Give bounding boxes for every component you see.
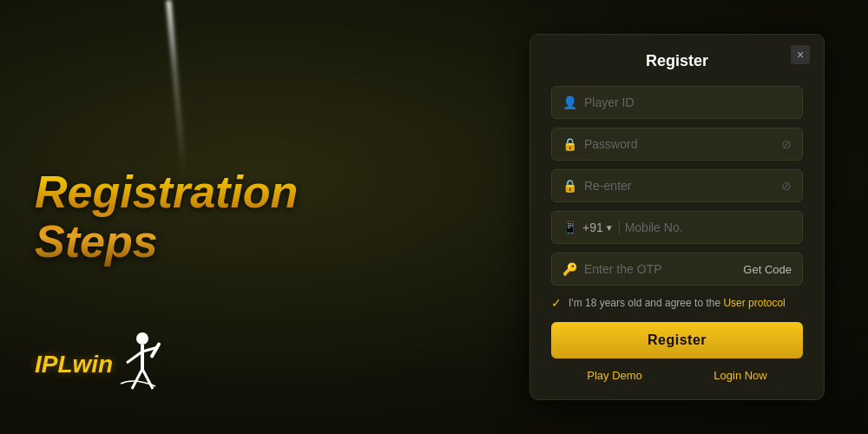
- player-id-field: 👤: [551, 86, 803, 119]
- check-icon: ✓: [551, 296, 562, 310]
- login-now-button[interactable]: Login Now: [713, 369, 766, 382]
- svg-line-4: [132, 369, 142, 389]
- cricket-player-icon: [116, 330, 168, 399]
- lock-icon-reenter: 🔒: [562, 179, 577, 193]
- key-icon: 🔑: [562, 262, 577, 276]
- lock-icon: 🔒: [562, 137, 577, 151]
- country-code-selector[interactable]: +91 ▼: [582, 220, 620, 234]
- play-demo-button[interactable]: Play Demo: [587, 369, 642, 382]
- eye-icon-reenter[interactable]: ⊘: [781, 179, 792, 193]
- bottom-links: Play Demo Login Now: [551, 369, 803, 382]
- agreement-text: I'm 18 years old and agree to the User p…: [569, 297, 786, 309]
- phone-icon: 📱: [562, 220, 577, 234]
- chevron-down-icon: ▼: [605, 223, 614, 233]
- mobile-input[interactable]: [625, 220, 792, 234]
- eye-icon[interactable]: ⊘: [781, 137, 792, 151]
- country-code-value: +91: [582, 220, 603, 234]
- close-button[interactable]: ×: [791, 45, 810, 64]
- register-modal: Register × 👤 🔒 ⊘ 🔒 ⊘ 📱 +91 ▼ 🔑 Get Code …: [529, 34, 825, 400]
- register-button[interactable]: Register: [551, 322, 803, 358]
- reenter-input[interactable]: [584, 179, 774, 193]
- registration-title: Registration Steps: [35, 168, 298, 266]
- logo-text: IPLwin: [35, 351, 113, 378]
- agreement-row: ✓ I'm 18 years old and agree to the User…: [551, 296, 803, 310]
- get-code-button[interactable]: Get Code: [743, 263, 792, 276]
- svg-point-0: [136, 332, 148, 345]
- reenter-field: 🔒 ⊘: [551, 169, 803, 202]
- logo-section: IPLwin: [35, 330, 168, 399]
- modal-header: Register ×: [551, 52, 803, 70]
- svg-line-2: [127, 352, 142, 363]
- left-section: Registration Steps: [35, 168, 298, 266]
- user-icon: 👤: [562, 95, 577, 109]
- phone-field: 📱 +91 ▼: [551, 211, 803, 244]
- svg-line-5: [142, 369, 153, 389]
- modal-title: Register: [646, 52, 708, 70]
- password-input[interactable]: [584, 137, 774, 151]
- otp-field: 🔑 Get Code: [551, 253, 803, 286]
- user-protocol-link[interactable]: User protocol: [723, 297, 785, 309]
- otp-input[interactable]: [584, 262, 736, 276]
- password-field: 🔒 ⊘: [551, 128, 803, 161]
- player-id-input[interactable]: [584, 95, 792, 109]
